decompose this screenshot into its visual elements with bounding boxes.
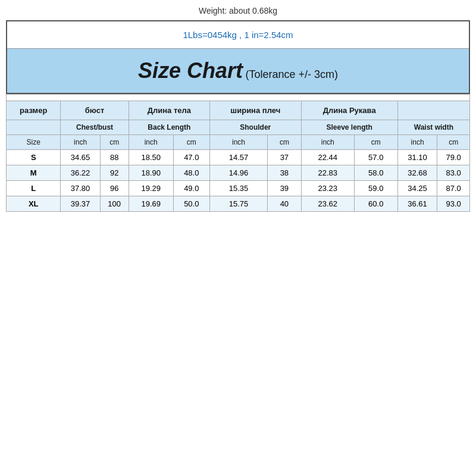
xl-back-inch: 19.69	[129, 196, 173, 212]
m-chest-cm: 92	[100, 165, 129, 181]
unit-chest-inch: inch	[61, 135, 100, 150]
m-back-cm: 48.0	[173, 165, 209, 181]
xl-chest-cm: 100	[100, 196, 129, 212]
s-waist-cm: 79.0	[437, 150, 470, 165]
xl-shoulder-inch: 15.75	[209, 196, 267, 212]
size-chart-title-sub: (Tolerance +/- 3cm)	[245, 68, 338, 80]
s-sleeve-inch: 22.44	[301, 150, 354, 165]
s-back-inch: 18.50	[129, 150, 173, 165]
xl-waist-cm: 93.0	[437, 196, 470, 212]
l-chest-inch: 37.80	[61, 181, 100, 196]
size-s: S	[7, 150, 61, 165]
col-sleeve-ru: Длина Рукава	[301, 101, 397, 120]
l-chest-cm: 96	[100, 181, 129, 196]
col-size-ru: размер	[7, 101, 61, 120]
xl-sleeve-cm: 60.0	[354, 196, 397, 212]
s-back-cm: 47.0	[173, 150, 209, 165]
m-sleeve-inch: 22.83	[301, 165, 354, 181]
l-waist-inch: 34.25	[397, 181, 437, 196]
m-shoulder-inch: 14.96	[209, 165, 267, 181]
unit-chest-cm: cm	[100, 135, 129, 150]
xl-waist-inch: 36.61	[397, 196, 437, 212]
col-back-en: Back Length	[129, 120, 209, 135]
xl-chest-inch: 39.37	[61, 196, 100, 212]
unit-sleeve-inch: inch	[301, 135, 354, 150]
col-waist-ru	[397, 101, 469, 120]
table-row: M 36.22 92 18.90 48.0 14.96 38 22.83 58.…	[7, 165, 470, 181]
col-sleeve-en: Sleeve length	[301, 120, 397, 135]
m-back-inch: 18.90	[129, 165, 173, 181]
size-xl: XL	[7, 196, 61, 212]
header-row-en: Chest/bust Back Length Shoulder Sleeve l…	[7, 120, 470, 135]
header-row-ru: размер бюст Длина тела ширина плеч Длина…	[7, 101, 470, 120]
unit-back-inch: inch	[129, 135, 173, 150]
s-sleeve-cm: 57.0	[354, 150, 397, 165]
l-waist-cm: 87.0	[437, 181, 470, 196]
col-bust-en: Chest/bust	[61, 120, 129, 135]
size-chart-title-main: Size Chart	[138, 58, 243, 83]
l-shoulder-cm: 39	[268, 181, 302, 196]
m-shoulder-cm: 38	[268, 165, 302, 181]
table-row: L 37.80 96 19.29 49.0 15.35 39 23.23 59.…	[7, 181, 470, 196]
unit-shoulder-inch: inch	[209, 135, 267, 150]
unit-shoulder-cm: cm	[268, 135, 302, 150]
unit-sleeve-cm: cm	[354, 135, 397, 150]
unit-waist-inch: inch	[397, 135, 437, 150]
size-m: M	[7, 165, 61, 181]
lbs-conversion: 1Lbs=0454kg , 1 in=2.54cm	[7, 21, 469, 49]
unit-back-cm: cm	[173, 135, 209, 150]
table-row: S 34.65 88 18.50 47.0 14.57 37 22.44 57.…	[7, 150, 470, 165]
col-bust-ru: бюст	[61, 101, 129, 120]
xl-shoulder-cm: 40	[268, 196, 302, 212]
xl-sleeve-inch: 23.62	[301, 196, 354, 212]
col-size-en-empty	[7, 120, 61, 135]
col-back-ru: Длина тела	[129, 101, 209, 120]
l-sleeve-cm: 59.0	[354, 181, 397, 196]
col-waist-en: Waist width	[397, 120, 469, 135]
unit-size-label: Size	[7, 135, 61, 150]
l-shoulder-inch: 15.35	[209, 181, 267, 196]
col-shoulder-en: Shoulder	[209, 120, 301, 135]
weight-label: Weight: about 0.68kg	[199, 6, 277, 15]
table-row: XL 39.37 100 19.69 50.0 15.75 40 23.62 6…	[7, 196, 470, 212]
header-row-units: Size inch cm inch cm inch cm inch cm inc…	[7, 135, 470, 150]
s-chest-inch: 34.65	[61, 150, 100, 165]
s-waist-inch: 31.10	[397, 150, 437, 165]
xl-back-cm: 50.0	[173, 196, 209, 212]
l-sleeve-inch: 23.23	[301, 181, 354, 196]
s-shoulder-inch: 14.57	[209, 150, 267, 165]
m-chest-inch: 36.22	[61, 165, 100, 181]
s-shoulder-cm: 37	[268, 150, 302, 165]
m-waist-inch: 32.68	[397, 165, 437, 181]
s-chest-cm: 88	[100, 150, 129, 165]
l-back-cm: 49.0	[173, 181, 209, 196]
m-sleeve-cm: 58.0	[354, 165, 397, 181]
l-back-inch: 19.29	[129, 181, 173, 196]
m-waist-cm: 83.0	[437, 165, 470, 181]
size-l: L	[7, 181, 61, 196]
unit-waist-cm: cm	[437, 135, 470, 150]
col-shoulder-ru: ширина плеч	[209, 101, 301, 120]
